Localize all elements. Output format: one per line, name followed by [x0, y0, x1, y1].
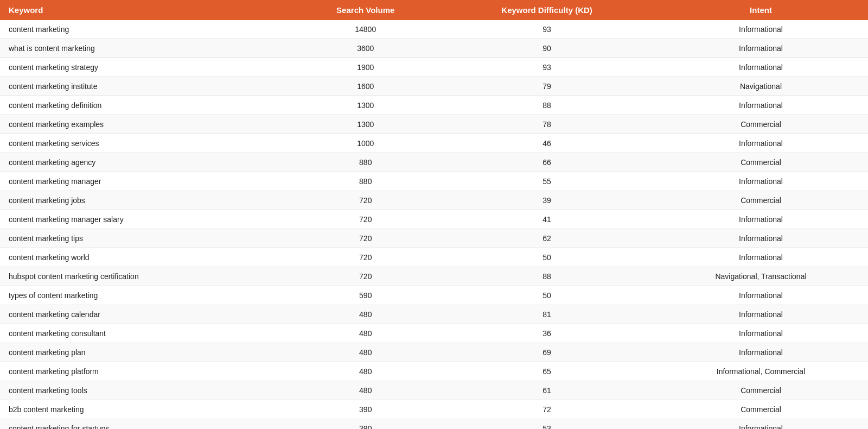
table-header: Keyword Search Volume Keyword Difficulty… — [0, 0, 868, 20]
cell-kd: 93 — [440, 58, 654, 77]
cell-keyword: b2b content marketing — [0, 400, 291, 419]
table-row: content marketing world72050Informationa… — [0, 248, 868, 267]
col-keyword: Keyword — [0, 0, 291, 20]
cell-search-volume: 390 — [291, 419, 440, 430]
cell-intent: Informational — [654, 248, 868, 267]
cell-intent: Informational, Commercial — [654, 362, 868, 381]
cell-search-volume: 720 — [291, 267, 440, 286]
cell-intent: Informational — [654, 20, 868, 39]
cell-keyword: content marketing agency — [0, 153, 291, 172]
cell-intent: Informational — [654, 172, 868, 191]
cell-keyword: content marketing strategy — [0, 58, 291, 77]
cell-kd: 78 — [440, 115, 654, 134]
cell-intent: Informational — [654, 96, 868, 115]
cell-search-volume: 480 — [291, 362, 440, 381]
cell-intent: Navigational, Transactional — [654, 267, 868, 286]
cell-intent: Informational — [654, 134, 868, 153]
cell-kd: 62 — [440, 229, 654, 248]
table-row: content marketing consultant48036Informa… — [0, 324, 868, 343]
cell-keyword: content marketing world — [0, 248, 291, 267]
cell-intent: Commercial — [654, 400, 868, 419]
cell-search-volume: 1300 — [291, 115, 440, 134]
cell-keyword: content marketing platform — [0, 362, 291, 381]
cell-search-volume: 880 — [291, 153, 440, 172]
cell-keyword: content marketing institute — [0, 77, 291, 96]
cell-intent: Navigational — [654, 77, 868, 96]
cell-search-volume: 590 — [291, 286, 440, 305]
cell-kd: 81 — [440, 305, 654, 324]
cell-keyword: content marketing services — [0, 134, 291, 153]
table-row: content marketing plan48069Informational — [0, 343, 868, 362]
table-row: content marketing1480093Informational — [0, 20, 868, 39]
cell-keyword: what is content marketing — [0, 39, 291, 58]
table-row: content marketing institute160079Navigat… — [0, 77, 868, 96]
cell-kd: 39 — [440, 191, 654, 210]
cell-kd: 50 — [440, 286, 654, 305]
cell-intent: Commercial — [654, 115, 868, 134]
cell-intent: Informational — [654, 229, 868, 248]
cell-keyword: content marketing jobs — [0, 191, 291, 210]
table-row: content marketing tips72062Informational — [0, 229, 868, 248]
cell-kd: 50 — [440, 248, 654, 267]
cell-keyword: content marketing tools — [0, 381, 291, 400]
table-row: content marketing manager88055Informatio… — [0, 172, 868, 191]
cell-keyword: types of content marketing — [0, 286, 291, 305]
cell-intent: Commercial — [654, 153, 868, 172]
cell-search-volume: 1600 — [291, 77, 440, 96]
cell-kd: 90 — [440, 39, 654, 58]
cell-search-volume: 14800 — [291, 20, 440, 39]
cell-kd: 36 — [440, 324, 654, 343]
table-row: content marketing services100046Informat… — [0, 134, 868, 153]
cell-kd: 61 — [440, 381, 654, 400]
cell-keyword: content marketing — [0, 20, 291, 39]
cell-intent: Informational — [654, 324, 868, 343]
cell-search-volume: 720 — [291, 210, 440, 229]
cell-kd: 88 — [440, 96, 654, 115]
cell-intent: Informational — [654, 305, 868, 324]
table-row: content marketing calendar48081Informati… — [0, 305, 868, 324]
cell-kd: 79 — [440, 77, 654, 96]
cell-kd: 55 — [440, 172, 654, 191]
table-row: content marketing agency88066Commercial — [0, 153, 868, 172]
table-row: content marketing definition130088Inform… — [0, 96, 868, 115]
header-row: Keyword Search Volume Keyword Difficulty… — [0, 0, 868, 20]
col-intent: Intent — [654, 0, 868, 20]
cell-kd: 41 — [440, 210, 654, 229]
cell-keyword: hubspot content marketing certification — [0, 267, 291, 286]
cell-intent: Informational — [654, 286, 868, 305]
cell-intent: Informational — [654, 419, 868, 430]
table-body: content marketing1480093Informationalwha… — [0, 20, 868, 429]
cell-search-volume: 720 — [291, 248, 440, 267]
table-row: hubspot content marketing certification7… — [0, 267, 868, 286]
table-row: content marketing manager salary72041Inf… — [0, 210, 868, 229]
cell-intent: Commercial — [654, 381, 868, 400]
cell-keyword: content marketing tips — [0, 229, 291, 248]
cell-keyword: content marketing calendar — [0, 305, 291, 324]
table-row: content marketing jobs72039Commercial — [0, 191, 868, 210]
cell-kd: 66 — [440, 153, 654, 172]
cell-kd: 93 — [440, 20, 654, 39]
cell-search-volume: 1300 — [291, 96, 440, 115]
cell-search-volume: 390 — [291, 400, 440, 419]
cell-search-volume: 720 — [291, 229, 440, 248]
col-kd: Keyword Difficulty (KD) — [440, 0, 654, 20]
cell-intent: Informational — [654, 210, 868, 229]
table-row: content marketing strategy190093Informat… — [0, 58, 868, 77]
cell-kd: 69 — [440, 343, 654, 362]
cell-search-volume: 480 — [291, 305, 440, 324]
cell-keyword: content marketing plan — [0, 343, 291, 362]
cell-search-volume: 480 — [291, 343, 440, 362]
table-row: content marketing tools48061Commercial — [0, 381, 868, 400]
cell-intent: Commercial — [654, 191, 868, 210]
cell-intent: Informational — [654, 58, 868, 77]
cell-kd: 46 — [440, 134, 654, 153]
table-row: what is content marketing360090Informati… — [0, 39, 868, 58]
cell-keyword: content marketing manager salary — [0, 210, 291, 229]
cell-keyword: content marketing definition — [0, 96, 291, 115]
table-row: content marketing platform48065Informati… — [0, 362, 868, 381]
keyword-table: Keyword Search Volume Keyword Difficulty… — [0, 0, 868, 429]
cell-search-volume: 480 — [291, 324, 440, 343]
cell-search-volume: 3600 — [291, 39, 440, 58]
cell-search-volume: 1900 — [291, 58, 440, 77]
cell-intent: Informational — [654, 39, 868, 58]
